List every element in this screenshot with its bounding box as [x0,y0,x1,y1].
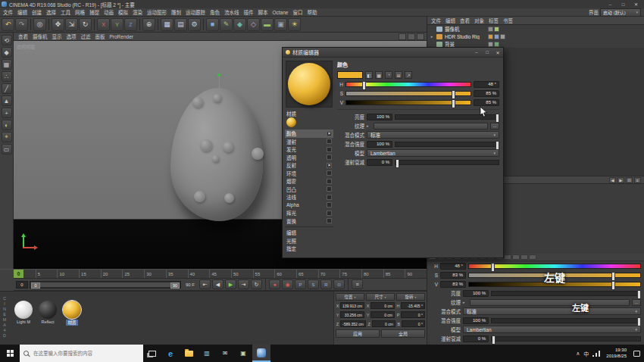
channel-checkbox[interactable] [327,154,332,160]
tag-icon[interactable] [488,42,493,47]
timeline-scrubber[interactable]: 0 [14,270,23,278]
add-camera-icon[interactable]: ▣ [274,18,287,31]
file-explorer-button[interactable] [180,345,198,362]
goto-end-button[interactable]: ⇥ [238,279,249,289]
hue-slider[interactable] [468,264,641,269]
material-editor-window[interactable]: 材质编辑器 – □ ✕ 材质 颜色✕ 漫射 发光 透明 反射✕ 环境 烟雾 凹凸 [282,47,504,258]
slider-knob[interactable] [491,263,495,272]
enable-axis-icon[interactable]: + [2,108,12,118]
make-editable-icon[interactable]: ⟲ [2,35,12,45]
mix-mode-dropdown[interactable]: 标准 [367,131,499,139]
brightness-value[interactable]: 100 % [463,290,489,297]
channel-diffusion[interactable]: 漫射 [285,138,333,146]
layout-combo[interactable]: 启动 (默认) [600,8,641,17]
swatch-mode-icon[interactable]: ◧ [365,71,373,79]
size-x-field[interactable]: 0 cm [370,302,395,309]
texture-slot-button[interactable] [374,123,488,130]
menu-snap[interactable]: 捕捉 [87,8,102,16]
taskbar-clock[interactable]: 19:30 2019/8/25 [603,345,630,362]
close-button[interactable]: ✕ [630,0,642,8]
edges-mode-icon[interactable]: ╱ [2,83,12,94]
record-keyframe-button[interactable]: ● [269,279,280,289]
menu-pipeline[interactable]: 流水线 [222,8,242,16]
slider-knob[interactable] [637,317,641,326]
slider-knob[interactable] [492,335,496,345]
goto-start-button[interactable]: ⇤ [199,279,211,289]
menu-script[interactable]: 脚本 [256,8,270,16]
channel-displacement[interactable]: 置换 [285,217,333,226]
channel-checkbox[interactable]: ✕ [327,163,332,168]
channel-checkbox[interactable] [327,211,332,216]
ime-indicator[interactable]: 中 [583,350,589,357]
lock-x-icon[interactable]: X [97,18,110,31]
om-menu-edit[interactable]: 编辑 [443,17,458,24]
material-swatch-gold[interactable]: 材质 [62,301,82,326]
tag-icon[interactable] [500,34,505,39]
channel-checkbox[interactable] [327,147,332,152]
om-menu-objects[interactable]: 对象 [472,17,486,24]
channel-checkbox[interactable] [327,186,332,192]
undo-icon[interactable]: ↶ [2,18,14,31]
history-forward-icon[interactable]: ▶ [617,177,624,183]
menu-window[interactable]: 窗口 [290,8,305,16]
start-button[interactable] [0,345,20,362]
texture-mode-icon[interactable]: ▦ [2,59,12,70]
object-row-camera[interactable]: 摄像机 [427,25,644,33]
maximize-button[interactable]: □ [617,0,630,8]
channel-assign[interactable]: 指定 [285,245,333,253]
points-mode-icon[interactable]: ∴ [2,71,12,82]
frame-range-slider[interactable]: 0 90 [30,281,181,289]
material-swatch-reflect[interactable]: Reflect [38,301,58,326]
minimize-button[interactable]: – [471,48,482,58]
model-body[interactable] [170,88,263,221]
viewport-toggle-icon[interactable] [417,33,424,40]
hue-value[interactable]: 48 ° [440,263,466,270]
object-name[interactable]: HDR Studio Rig [445,34,486,39]
model-dropdown[interactable]: Lambertian [367,149,499,157]
slider-knob[interactable] [611,272,615,281]
saturation-slider[interactable] [345,91,471,96]
network-icon[interactable] [592,351,600,357]
channel-bump[interactable]: 凹凸 [285,186,333,194]
play-button[interactable]: ▶ [225,279,236,289]
position-y-field[interactable]: 33.256 cm [340,311,364,318]
model-dropdown[interactable]: Lambertian [463,326,641,333]
color-picker-icon[interactable]: ↗ [405,71,412,79]
menu-sculpt[interactable]: 雕刻 [169,8,183,16]
render-settings-icon[interactable]: ⚙ [188,18,201,31]
step-back-button[interactable]: ◀ [212,279,224,289]
vp-menu-display[interactable]: 显示 [50,33,64,40]
add-spline-icon[interactable]: ✎ [220,18,233,31]
vp-menu-view[interactable]: 查看 [16,33,30,40]
cinema4d-taskbar-button[interactable] [252,345,270,362]
om-menu-tags[interactable]: 标签 [486,17,501,24]
add-deformer-icon[interactable]: ◇ [247,18,260,31]
material-name[interactable]: 材质 [66,320,77,326]
channel-tab[interactable] [504,254,511,260]
tag-icon[interactable] [488,34,493,39]
texture-expand-icon[interactable]: ▸ [463,300,467,304]
channel-checkbox[interactable]: ✕ [327,131,332,136]
render-picture-viewer-icon[interactable]: ▤ [174,18,187,31]
menu-mograph[interactable]: 运动图形 [145,8,169,16]
slider-knob[interactable] [611,281,615,290]
channel-illumination[interactable]: 光照 [285,237,333,245]
material-name[interactable]: Light M [17,320,30,324]
task-view-button[interactable] [143,345,161,362]
menu-animate[interactable]: 动画 [102,8,116,16]
material-thumb-icon[interactable] [286,117,296,127]
viewport-toggle-icon[interactable] [399,33,406,40]
record-position-toggle[interactable]: P [295,279,306,289]
channel-checkbox[interactable] [327,195,332,200]
slider-knob[interactable] [395,159,399,168]
vp-menu-filter[interactable]: 过滤 [79,33,93,40]
edge-button[interactable]: e [161,345,180,362]
menu-plugins[interactable]: 插件 [242,8,256,16]
live-selection-icon[interactable]: ◎ [33,18,46,31]
hue-value[interactable]: 48 ° [474,81,499,88]
texture-browse-button[interactable]: ... [632,299,641,306]
tag-icon[interactable] [494,34,499,39]
loop-button[interactable]: ↻ [251,279,262,289]
mix-strength-slider[interactable] [491,318,641,323]
channel-tab[interactable] [512,254,520,260]
